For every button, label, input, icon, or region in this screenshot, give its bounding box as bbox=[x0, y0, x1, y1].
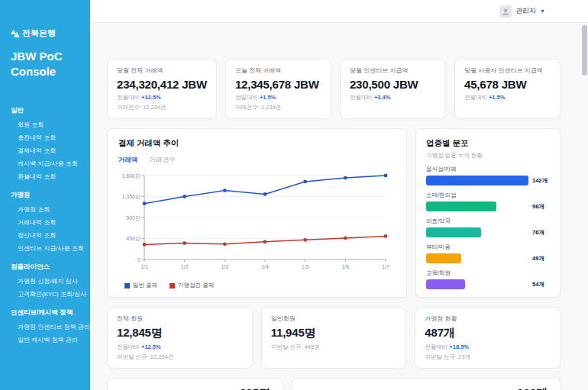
bar bbox=[426, 253, 461, 263]
bank-logo-text: 전북은행 bbox=[22, 27, 56, 39]
topbar: 관리자 ▼ bbox=[90, 0, 588, 23]
sidebar-item[interactable]: 일반 캐시백 정책 관리 bbox=[18, 336, 84, 344]
sidebar-item[interactable]: 가맹점 조회 bbox=[18, 205, 84, 214]
kpi-card-label: 당월 사용자 인센티브 지급액 bbox=[464, 66, 551, 75]
kpi-card-sub: 거래건수: 12,234건 bbox=[117, 104, 207, 111]
bar-value-label: 142개 bbox=[532, 177, 548, 185]
kpi-card-value: 11,945명 bbox=[271, 326, 397, 340]
sidebar-item[interactable]: 환불내역 조회 bbox=[18, 172, 84, 181]
bar bbox=[426, 201, 496, 211]
daily-signup-value: 285명 bbox=[228, 386, 270, 390]
dist-subtitle: 가맹점 업종 누적 현황 bbox=[426, 152, 550, 160]
delta-label: 전월대비 bbox=[350, 94, 373, 101]
tab-active[interactable]: 거래액 bbox=[118, 156, 138, 166]
sidebar-item[interactable]: 인센티브 지급/사용 조회 bbox=[18, 244, 84, 253]
kpi-card-label: 오늘 전체 거래액 bbox=[235, 66, 321, 75]
bar-row: 소매/편의점98개 bbox=[426, 192, 550, 211]
bar-row: 뷰티/미용49개 bbox=[426, 243, 550, 263]
bank-logo-icon bbox=[11, 30, 20, 37]
kpi-card-value: 12,845명 bbox=[117, 326, 243, 340]
bar-row: 의료/약국76개 bbox=[426, 218, 550, 237]
svg-text:1/5: 1/5 bbox=[302, 264, 309, 269]
bar-track bbox=[426, 227, 528, 237]
scrollbar-thumb[interactable] bbox=[582, 25, 587, 76]
bar-line: 49개 bbox=[426, 253, 550, 263]
kpi-card-delta: 전월대비+12.5% bbox=[117, 343, 243, 351]
kpi-card-delta: 전일대비+1.5% bbox=[235, 94, 321, 102]
kpi-card: 오늘 전체 거래액12,345,678 JBW전일대비+1.5%거래건수: 1,… bbox=[225, 59, 331, 119]
kpi-card-sub: 이번달 신규: 445명 bbox=[271, 343, 397, 351]
bar-track bbox=[426, 253, 528, 263]
bar-track bbox=[426, 176, 528, 185]
kpi-card-label: 당월 전체 거래액 bbox=[117, 66, 207, 75]
sidebar-item[interactable]: 고객확인(KYC) 조회/심사 bbox=[18, 290, 84, 298]
bar-category-label: 음식점/카페 bbox=[426, 166, 550, 173]
bar-track bbox=[426, 201, 528, 211]
nav-section: 일반회원 조회충전내역 조회결제내역 조회캐시백 지급/사용 조회환불내역 조회 bbox=[11, 106, 84, 181]
bar-line: 54개 bbox=[426, 279, 550, 289]
bar-value-label: 98개 bbox=[532, 203, 544, 211]
delta-value: +12.5% bbox=[141, 94, 161, 101]
svg-text:1/7: 1/7 bbox=[382, 264, 389, 269]
legend-item: 가맹점간 결제 bbox=[170, 282, 214, 289]
kpi-card-delta: 전월대비+12.5% bbox=[117, 94, 207, 102]
delta-value: +1.5% bbox=[489, 94, 505, 101]
merchant-new-card: 가맹점신규 900개 이번달 신규: 23개 bbox=[292, 378, 561, 390]
delta-value: +18.5% bbox=[449, 343, 469, 350]
nav-section: 컴플라이언스가맹점 신청/해지 심사고객확인(KYC) 조회/심사 bbox=[11, 263, 84, 298]
bar bbox=[426, 279, 465, 289]
sidebar-nav: 일반회원 조회충전내역 조회결제내역 조회캐시백 지급/사용 조회환불내역 조회… bbox=[11, 106, 84, 344]
delta-label: 전월대비 bbox=[425, 343, 447, 350]
delta-value: +3.4% bbox=[374, 94, 390, 101]
bar-value-label: 76개 bbox=[532, 229, 544, 237]
kpi-card: 일반회원11,945명이번달 신규: 445명 bbox=[261, 307, 407, 369]
nav-section: 가맹점가맹점 조회거래내역 조회정산내역 조회인센티브 지급/사용 조회 bbox=[11, 191, 84, 253]
delta-label: 전월대비 bbox=[117, 94, 140, 101]
delta-label: 전월대비 bbox=[464, 94, 487, 101]
kpi-card-value: 230,500 JBW bbox=[350, 78, 436, 91]
daily-signup-card: 일별 신규 가입 285명 이번달 신규: 23명 bbox=[107, 378, 283, 390]
bar-category-label: 소매/편의점 bbox=[426, 192, 550, 199]
sidebar-item[interactable]: 거래내역 조회 bbox=[18, 218, 84, 227]
bar bbox=[426, 227, 481, 237]
sidebar-item[interactable]: 회원 조회 bbox=[18, 121, 84, 129]
sidebar-item[interactable]: 충전내역 조회 bbox=[18, 134, 84, 142]
scrollbar[interactable] bbox=[582, 24, 587, 390]
legend-label: 가맹점간 결제 bbox=[178, 282, 214, 289]
nav-section: 인센티브/캐시백 정책가맹점 인센티브 정책 관리일반 캐시백 정책 관리 bbox=[11, 308, 84, 344]
kpi-card: 가맹점 현황487개전월대비+18.5%이번달 신규: 23개 bbox=[415, 307, 561, 369]
bar-category-label: 의료/약국 bbox=[426, 218, 550, 225]
avatar bbox=[499, 5, 512, 18]
kpi-card-sub: 이번달 신규: 23개 bbox=[425, 353, 551, 361]
nav-section-label: 가맹점 bbox=[11, 191, 84, 200]
industry-dist-panel: 업종별 분포 가맹점 업종 누적 현황 음식점/카페142개소매/편의점98개의… bbox=[415, 128, 561, 298]
svg-text:1/1: 1/1 bbox=[141, 264, 148, 269]
sidebar-item[interactable]: 결제내역 조회 bbox=[18, 147, 84, 155]
nav-section-label: 인센티브/캐시백 정책 bbox=[11, 308, 84, 317]
kpi-card-delta: 전월대비+1.5% bbox=[464, 94, 551, 102]
kpi-card-value: 12,345,678 JBW bbox=[235, 78, 321, 91]
bar-category-label: 교육/학원 bbox=[426, 269, 550, 277]
legend-swatch bbox=[170, 283, 175, 288]
tab-inactive[interactable]: 거래건수 bbox=[150, 156, 176, 166]
kpi-card-sub: 거래건수: 1,234건 bbox=[235, 104, 321, 111]
bottom-row: 일별 신규 가입 285명 이번달 신규: 23명 가맹점신규 900개 이번달… bbox=[107, 378, 561, 390]
user-label: 관리자 bbox=[515, 6, 536, 16]
bar-value-label: 49개 bbox=[532, 255, 544, 263]
trend-tabs: 거래액거래건수 bbox=[118, 156, 396, 166]
bar-category-label: 뷰티/미용 bbox=[426, 243, 550, 251]
sidebar-item[interactable]: 가맹점 신청/해지 심사 bbox=[18, 277, 84, 285]
trend-legend: 일반 결제가맹점간 결제 bbox=[118, 282, 396, 289]
svg-text:1,800만: 1,800만 bbox=[121, 173, 141, 179]
delta-value: +12.5% bbox=[141, 343, 161, 350]
sidebar-item[interactable]: 가맹점 인센티브 정책 관리 bbox=[18, 323, 84, 331]
svg-text:1/3: 1/3 bbox=[221, 264, 228, 269]
sidebar-item[interactable]: 캐시백 지급/사용 조회 bbox=[18, 160, 84, 168]
user-menu[interactable]: 관리자 ▼ bbox=[499, 5, 545, 18]
bank-logo: 전북은행 bbox=[11, 27, 84, 39]
dist-title: 업종별 분포 bbox=[426, 138, 550, 149]
kpi-card: 당월 사용자 인센티브 지급액45,678 JBW전월대비+1.5% bbox=[454, 59, 561, 119]
sidebar-item[interactable]: 정산내역 조회 bbox=[18, 231, 84, 240]
svg-text:450만: 450만 bbox=[126, 236, 141, 241]
member-row: 전체 회원12,845명전월대비+12.5%이번달 신규: 12,234건일반회… bbox=[107, 307, 561, 369]
